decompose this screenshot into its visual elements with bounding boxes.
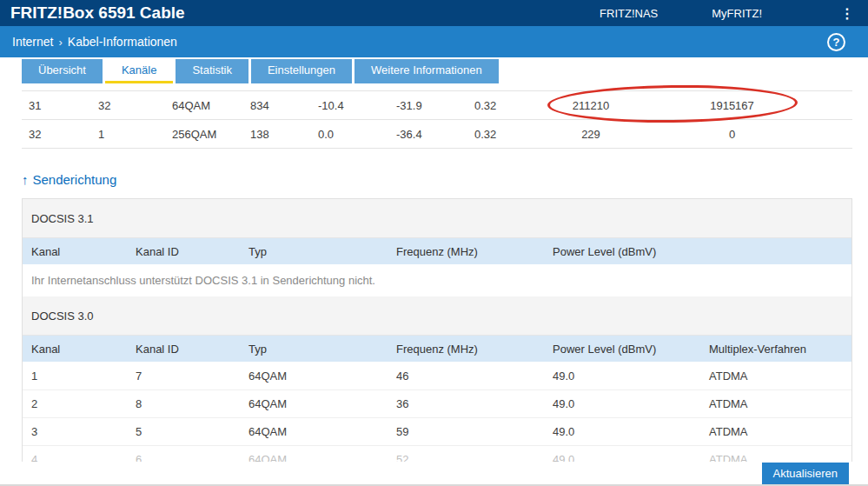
table-cell: 49.0 (544, 397, 700, 410)
column-header: Multiplex-Verfahren (700, 343, 851, 356)
table-cell: 229 (543, 128, 639, 141)
table-cell: 1915167 (639, 99, 825, 112)
footer-bar: Aktualisieren (0, 462, 868, 486)
breadcrumb-separator-icon: › (58, 36, 62, 49)
table-cell: 138 (243, 128, 311, 141)
up-arrow-icon: ↑ (22, 172, 29, 187)
table-cell: 32 (22, 128, 91, 141)
table-cell: 1 (91, 128, 165, 141)
refresh-button[interactable]: Aktualisieren (762, 463, 849, 484)
docsis30-title: DOCSIS 3.0 (23, 296, 851, 336)
table-cell: 31 (22, 99, 91, 112)
table-cell: 49.0 (544, 425, 700, 438)
table-cell: 0.32 (467, 128, 543, 141)
table-cell: 5 (127, 425, 240, 438)
column-header: Frequenz (MHz) (388, 343, 544, 356)
column-header: Power Level (dBmV) (544, 343, 700, 356)
app-title: FRITZ!Box 6591 Cable (10, 3, 185, 23)
tab-statistik[interactable]: Statistik (176, 59, 248, 83)
tab-uebersicht[interactable]: Übersicht (22, 59, 103, 83)
table-cell: 3 (23, 425, 127, 438)
table-row: 1 7 64QAM 46 49.0 ATDMA (23, 362, 851, 389)
table-cell: 0 (639, 128, 825, 141)
tab-kanaele[interactable]: Kanäle (105, 59, 173, 83)
docsis31-title: DOCSIS 3.1 (23, 199, 851, 238)
table-row: 32 1 256QAM 138 0.0 -36.4 0.32 229 0 (22, 120, 852, 149)
table-cell: 256QAM (165, 128, 243, 141)
kebab-menu-icon[interactable]: ⋮ (837, 5, 858, 22)
myfritz-link[interactable]: MyFRITZ! (712, 7, 762, 20)
table-cell: 0.32 (467, 99, 543, 112)
docsis31-header-row: Kanal Kanal ID Typ Frequenz (MHz) Power … (23, 238, 851, 264)
senderichtung-label: Senderichtung (33, 172, 117, 187)
column-header: Typ (240, 245, 388, 258)
empfangsrichtung-table: 31 32 64QAM 834 -10.4 -31.9 0.32 211210 … (22, 90, 852, 149)
column-header: Kanal ID (127, 245, 240, 258)
table-cell: 64QAM (240, 369, 388, 383)
table-cell: 32 (91, 99, 165, 112)
table-cell: 64QAM (240, 397, 388, 410)
breadcrumb-bar: Internet › Kabel-Informationen ? (0, 26, 868, 57)
table-cell: 59 (388, 425, 544, 438)
column-header: Kanal ID (127, 343, 240, 356)
column-header: Power Level (dBmV) (544, 245, 700, 258)
table-cell: 8 (127, 397, 240, 410)
table-cell: -10.4 (311, 99, 389, 112)
breadcrumb-internet[interactable]: Internet (12, 35, 53, 49)
table-cell: ATDMA (700, 369, 851, 383)
breadcrumb-page: Kabel-Informationen (68, 35, 177, 49)
fritznas-link[interactable]: FRITZ!NAS (600, 7, 658, 20)
table-row: 31 32 64QAM 834 -10.4 -31.9 0.32 211210 … (22, 91, 852, 120)
help-icon[interactable]: ? (827, 33, 845, 51)
table-cell: 7 (127, 369, 240, 383)
docsis31-unsupported-message: Ihr Internetanschluss unterstützt DOCSIS… (23, 264, 851, 296)
column-header: Kanal (23, 245, 127, 258)
table-cell: ATDMA (700, 397, 851, 410)
table-cell: 1 (23, 369, 127, 383)
tab-einstellungen[interactable]: Einstellungen (251, 59, 352, 83)
table-cell: 49.0 (544, 369, 700, 383)
table-cell: -31.9 (389, 99, 467, 112)
table-cell: 2 (23, 397, 127, 410)
column-header: Typ (240, 343, 388, 356)
column-header: Frequenz (MHz) (388, 245, 544, 258)
top-bar: FRITZ!Box 6591 Cable FRITZ!NAS MyFRITZ! … (0, 0, 868, 26)
tab-weitere-informationen[interactable]: Weitere Informationen (354, 59, 499, 83)
docsis30-header-row: Kanal Kanal ID Typ Frequenz (MHz) Power … (23, 336, 851, 362)
table-cell: 36 (388, 397, 544, 410)
table-cell: 64QAM (240, 425, 388, 438)
column-header: Kanal (23, 343, 127, 356)
table-cell: 0.0 (311, 128, 389, 141)
table-row: 3 5 64QAM 59 49.0 ATDMA (23, 417, 851, 445)
senderichtung-heading: ↑ Senderichtung (22, 172, 868, 187)
tab-bar: Übersicht Kanäle Statistik Einstellungen… (0, 57, 868, 83)
senderichtung-table-box: DOCSIS 3.1 Kanal Kanal ID Typ Frequenz (… (22, 198, 852, 474)
table-cell: -36.4 (389, 128, 467, 141)
table-row: 2 8 64QAM 36 49.0 ATDMA (23, 389, 851, 417)
table-cell: 46 (388, 369, 544, 383)
table-cell: 211210 (543, 99, 639, 112)
table-cell: 834 (243, 99, 311, 112)
table-cell: 64QAM (165, 99, 243, 112)
table-cell: ATDMA (700, 425, 851, 438)
